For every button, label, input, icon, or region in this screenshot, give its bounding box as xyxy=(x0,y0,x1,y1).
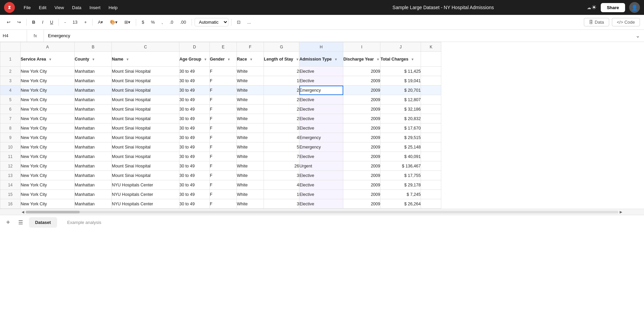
cell-10-k[interactable] xyxy=(421,142,441,152)
scroll-left-icon[interactable]: ◀ xyxy=(20,210,26,214)
cell-6-j[interactable]: $ 32,186 xyxy=(380,105,421,114)
cell-3-a[interactable]: New York City xyxy=(21,76,75,86)
cell-10-e[interactable]: F xyxy=(210,142,237,152)
cell-7-k[interactable] xyxy=(421,114,441,123)
scroll-track[interactable] xyxy=(26,211,618,213)
cell-13-d[interactable]: 30 to 49 xyxy=(179,171,210,180)
font-size-minus[interactable]: - xyxy=(61,18,68,26)
cell-5-h[interactable]: Elective xyxy=(299,95,343,105)
cell-15-f[interactable]: White xyxy=(237,190,264,199)
cell-3-c[interactable]: Mount Sinai Hospital xyxy=(112,76,179,86)
cell-3-e[interactable]: F xyxy=(210,76,237,86)
cell-13-h[interactable]: Elective xyxy=(299,171,343,180)
cell-7-b[interactable]: Manhattan xyxy=(75,114,112,123)
decimal-less-button[interactable]: .0 xyxy=(167,18,176,26)
cell-10-c[interactable]: Mount Sinai Hospital xyxy=(112,142,179,152)
code-mode-button[interactable]: </> Code xyxy=(612,18,640,26)
cell-15-b[interactable]: Manhattan xyxy=(75,190,112,199)
header-cell-b[interactable]: County ▼ xyxy=(75,52,112,67)
cell-16-g[interactable]: 3 xyxy=(264,199,299,209)
cell-11-a[interactable]: New York City xyxy=(21,152,75,161)
cell-15-j[interactable]: $ 7,245 xyxy=(380,190,421,199)
font-color-button[interactable]: A▾ xyxy=(95,18,106,26)
cell-4-k[interactable] xyxy=(421,86,441,95)
cell-4-d[interactable]: 30 to 49 xyxy=(179,86,210,95)
spreadsheet-wrapper[interactable]: A B C D E F G H I J K 1 Service Area xyxy=(0,42,644,209)
cell-7-a[interactable]: New York City xyxy=(21,114,75,123)
cell-13-e[interactable]: F xyxy=(210,171,237,180)
cell-8-g[interactable]: 3 xyxy=(264,123,299,133)
col-header-a[interactable]: A xyxy=(21,42,75,52)
cell-15-k[interactable] xyxy=(421,190,441,199)
cell-4-j[interactable]: $ 20,701 xyxy=(380,86,421,95)
cell-5-j[interactable]: $ 12,807 xyxy=(380,95,421,105)
cell-14-h[interactable]: Elective xyxy=(299,180,343,190)
cell-6-e[interactable]: F xyxy=(210,105,237,114)
cell-14-f[interactable]: White xyxy=(237,180,264,190)
cell-10-b[interactable]: Manhattan xyxy=(75,142,112,152)
cell-6-c[interactable]: Mount Sinai Hospital xyxy=(112,105,179,114)
menu-file[interactable]: File xyxy=(20,3,34,12)
cell-14-g[interactable]: 4 xyxy=(264,180,299,190)
cell-8-j[interactable]: $ 17,670 xyxy=(380,123,421,133)
cell-16-h[interactable]: Elective xyxy=(299,199,343,209)
cell-16-a[interactable]: New York City xyxy=(21,199,75,209)
cell-13-b[interactable]: Manhattan xyxy=(75,171,112,180)
cell-7-e[interactable]: F xyxy=(210,114,237,123)
scroll-thumb[interactable] xyxy=(26,211,80,213)
cell-16-f[interactable]: White xyxy=(237,199,264,209)
cell-14-a[interactable]: New York City xyxy=(21,180,75,190)
header-cell-k[interactable] xyxy=(421,52,441,67)
cell-2-j[interactable]: $ 11,425 xyxy=(380,67,421,76)
cell-3-d[interactable]: 30 to 49 xyxy=(179,76,210,86)
header-cell-j[interactable]: Total Charges ▼ xyxy=(380,52,421,67)
cell-12-h[interactable]: Urgent xyxy=(299,161,343,171)
cell-13-j[interactable]: $ 17,755 xyxy=(380,171,421,180)
cell-4-e[interactable]: F xyxy=(210,86,237,95)
cell-8-b[interactable]: Manhattan xyxy=(75,123,112,133)
cell-13-c[interactable]: Mount Sinai Hospital xyxy=(112,171,179,180)
cell-12-g[interactable]: 26 xyxy=(264,161,299,171)
header-cell-f[interactable]: Race ▼ xyxy=(237,52,264,67)
cell-5-d[interactable]: 30 to 49 xyxy=(179,95,210,105)
cell-16-d[interactable]: 30 to 49 xyxy=(179,199,210,209)
cell-2-k[interactable] xyxy=(421,67,441,76)
filter-c-icon[interactable]: ▼ xyxy=(126,58,129,61)
header-cell-d[interactable]: Age Group ▼ xyxy=(179,52,210,67)
cell-9-a[interactable]: New York City xyxy=(21,133,75,142)
cell-7-i[interactable]: 2009 xyxy=(343,114,380,123)
cell-9-b[interactable]: Manhattan xyxy=(75,133,112,142)
underline-button[interactable]: U xyxy=(47,18,56,26)
cell-12-b[interactable]: Manhattan xyxy=(75,161,112,171)
cell-13-k[interactable] xyxy=(421,171,441,180)
cell-12-d[interactable]: 30 to 49 xyxy=(179,161,210,171)
cell-14-j[interactable]: $ 29,178 xyxy=(380,180,421,190)
horizontal-scroll-area[interactable]: ◀ ▶ xyxy=(0,209,644,215)
cell-2-b[interactable]: Manhattan xyxy=(75,67,112,76)
cell-8-f[interactable]: White xyxy=(237,123,264,133)
cell-6-f[interactable]: White xyxy=(237,105,264,114)
cell-16-c[interactable]: NYU Hospitals Center xyxy=(112,199,179,209)
cell-6-h[interactable]: Elective xyxy=(299,105,343,114)
cell-11-j[interactable]: $ 40,091 xyxy=(380,152,421,161)
filter-e-icon[interactable]: ▼ xyxy=(227,58,230,61)
cell-10-h[interactable]: Emergency xyxy=(299,142,343,152)
cell-5-b[interactable]: Manhattan xyxy=(75,95,112,105)
menu-edit[interactable]: Edit xyxy=(35,3,50,12)
col-header-g[interactable]: G xyxy=(264,42,299,52)
col-header-b[interactable]: B xyxy=(75,42,112,52)
cell-5-k[interactable] xyxy=(421,95,441,105)
cell-4-a[interactable]: New York City xyxy=(21,86,75,95)
cell-9-i[interactable]: 2009 xyxy=(343,133,380,142)
cell-11-c[interactable]: Mount Sinai Hospital xyxy=(112,152,179,161)
cell-10-i[interactable]: 2009 xyxy=(343,142,380,152)
cell-4-b[interactable]: Manhattan xyxy=(75,86,112,95)
cell-15-h[interactable]: Elective xyxy=(299,190,343,199)
cell-14-c[interactable]: NYU Hospitals Center xyxy=(112,180,179,190)
cell-15-i[interactable]: 2009 xyxy=(343,190,380,199)
cell-11-h[interactable]: Elective xyxy=(299,152,343,161)
filter-i-icon[interactable]: ▼ xyxy=(376,58,380,61)
undo-button[interactable]: ↩ xyxy=(4,18,13,26)
cell-5-g[interactable]: 2 xyxy=(264,95,299,105)
user-avatar[interactable]: 👤 xyxy=(629,2,640,13)
